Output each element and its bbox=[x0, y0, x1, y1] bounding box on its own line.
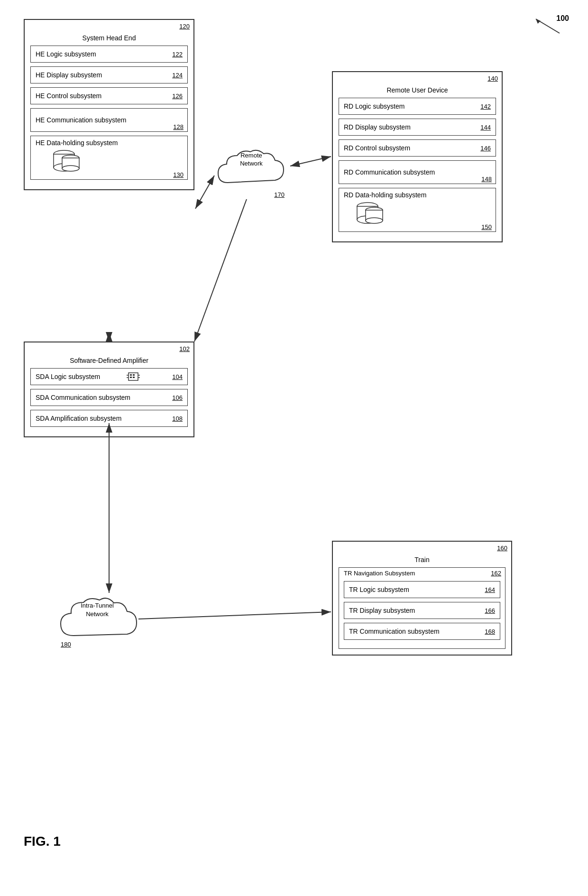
svg-line-27 bbox=[290, 157, 331, 166]
he-comm-label: HE Communication subsystem bbox=[36, 116, 126, 124]
he-comm-ref: 128 bbox=[173, 123, 184, 130]
sda-comm-item: SDA Communication subsystem 106 bbox=[30, 389, 188, 406]
sda-amp-item: SDA Amplification subsystem 108 bbox=[30, 410, 188, 427]
tr-logic-ref: 164 bbox=[485, 586, 495, 593]
sda-logic-ref: 104 bbox=[172, 373, 183, 380]
tr-comm-ref: 168 bbox=[485, 628, 495, 635]
he-logic-ref: 122 bbox=[172, 51, 183, 58]
sda-box: Software-Defined Amplifier 102 SDA Logic… bbox=[24, 342, 194, 437]
sda-title: Software-Defined Amplifier bbox=[30, 357, 188, 364]
rd-control-item: RD Control subsystem 146 bbox=[339, 139, 496, 157]
main-ref: 100 bbox=[556, 14, 569, 23]
tr-display-label: TR Display subsystem bbox=[349, 607, 415, 614]
sda-amp-ref: 108 bbox=[172, 415, 183, 422]
tr-comm-label: TR Communication subsystem bbox=[349, 628, 440, 635]
she-box: System Head End 120 HE Logic subsystem 1… bbox=[24, 19, 194, 190]
tr-nav-ref: 162 bbox=[491, 570, 501, 577]
he-control-ref: 126 bbox=[172, 92, 183, 100]
sda-comm-label: SDA Communication subsystem bbox=[36, 394, 130, 401]
rd-data-ref: 150 bbox=[481, 223, 492, 231]
rd-logic-label: RD Logic subsystem bbox=[344, 102, 404, 110]
rd-data-item: RD Data-holding subsystem 150 bbox=[339, 188, 496, 232]
he-data-item: HE Data-holding subsystem 130 bbox=[30, 136, 188, 180]
svg-line-28 bbox=[194, 199, 247, 342]
tr-display-item: TR Display subsystem 166 bbox=[344, 602, 500, 619]
rd-display-label: RD Display subsystem bbox=[344, 123, 411, 131]
tr-logic-item: TR Logic subsystem 164 bbox=[344, 581, 500, 598]
sda-logic-item: SDA Logic subsystem 104 bbox=[30, 368, 188, 385]
rd-control-ref: 146 bbox=[480, 145, 491, 152]
svg-point-7 bbox=[62, 166, 79, 171]
sda-amp-label: SDA Amplification subsystem bbox=[36, 415, 121, 422]
rd-comm-label: RD Communication subsystem bbox=[344, 168, 435, 176]
he-logic-label: HE Logic subsystem bbox=[36, 50, 96, 58]
he-display-label: HE Display subsystem bbox=[36, 71, 102, 79]
rd-display-ref: 144 bbox=[480, 124, 491, 131]
rd-logic-ref: 142 bbox=[480, 103, 491, 110]
rud-title: Remote User Device bbox=[339, 86, 496, 94]
svg-rect-16 bbox=[133, 374, 135, 376]
rud-box: Remote User Device 140 RD Logic subsyste… bbox=[332, 71, 503, 242]
svg-point-13 bbox=[366, 218, 383, 223]
tr-nav-box: TR Navigation Subsystem 162 TR Logic sub… bbox=[339, 567, 505, 649]
he-data-ref: 130 bbox=[173, 171, 184, 178]
svg-rect-17 bbox=[130, 377, 132, 378]
rd-comm-item: RD Communication subsystem 148 bbox=[339, 160, 496, 184]
svg-rect-18 bbox=[133, 377, 135, 378]
rd-database-icon bbox=[353, 201, 386, 229]
he-display-item: HE Display subsystem 124 bbox=[30, 66, 188, 83]
svg-rect-15 bbox=[130, 374, 132, 376]
ref-indicator: 100 bbox=[531, 14, 569, 40]
he-display-ref: 124 bbox=[172, 72, 183, 79]
rd-logic-item: RD Logic subsystem 142 bbox=[339, 98, 496, 115]
train-box: Train 160 TR Navigation Subsystem 162 TR… bbox=[332, 541, 512, 656]
he-comm-item: HE Communication subsystem 128 bbox=[30, 108, 188, 132]
rud-ref: 140 bbox=[487, 75, 498, 82]
train-ref: 160 bbox=[497, 545, 507, 552]
she-ref: 120 bbox=[179, 23, 190, 30]
tr-logic-label: TR Logic subsystem bbox=[349, 586, 409, 593]
diagram-container: 100 System Head End 120 HE Logic subsyst… bbox=[9, 9, 579, 863]
she-title: System Head End bbox=[30, 34, 188, 42]
chip-icon bbox=[126, 371, 140, 382]
rd-data-label: RD Data-holding subsystem bbox=[344, 191, 426, 199]
train-title: Train bbox=[339, 556, 505, 563]
intra-tunnel-cloud: Intra-TunnelNetwork 180 bbox=[57, 593, 138, 650]
rd-comm-ref: 148 bbox=[481, 176, 492, 183]
tr-nav-title: TR Navigation Subsystem bbox=[344, 570, 415, 577]
figure-label: FIG. 1 bbox=[24, 834, 61, 849]
svg-marker-1 bbox=[536, 19, 541, 24]
sda-logic-label: SDA Logic subsystem bbox=[36, 373, 100, 380]
remote-network-cloud: Remote Network 170 bbox=[213, 142, 289, 199]
tr-display-ref: 166 bbox=[485, 607, 495, 614]
rd-display-item: RD Display subsystem 144 bbox=[339, 119, 496, 136]
rd-control-label: RD Control subsystem bbox=[344, 144, 410, 152]
he-control-item: HE Control subsystem 126 bbox=[30, 87, 188, 104]
sda-ref: 102 bbox=[179, 345, 190, 352]
he-logic-item: HE Logic subsystem 122 bbox=[30, 46, 188, 63]
tr-comm-item: TR Communication subsystem 168 bbox=[344, 623, 500, 640]
he-data-label: HE Data-holding subsystem bbox=[36, 139, 118, 147]
sda-comm-ref: 106 bbox=[172, 394, 183, 401]
he-control-label: HE Control subsystem bbox=[36, 92, 101, 100]
intra-tunnel-ref: 180 bbox=[61, 641, 71, 648]
remote-network-label: Remote Network bbox=[240, 152, 263, 168]
remote-network-ref: 170 bbox=[274, 191, 285, 198]
he-database-icon bbox=[50, 148, 83, 176]
intra-tunnel-label: Intra-TunnelNetwork bbox=[81, 601, 114, 619]
svg-line-26 bbox=[195, 176, 214, 209]
svg-line-30 bbox=[138, 612, 331, 619]
